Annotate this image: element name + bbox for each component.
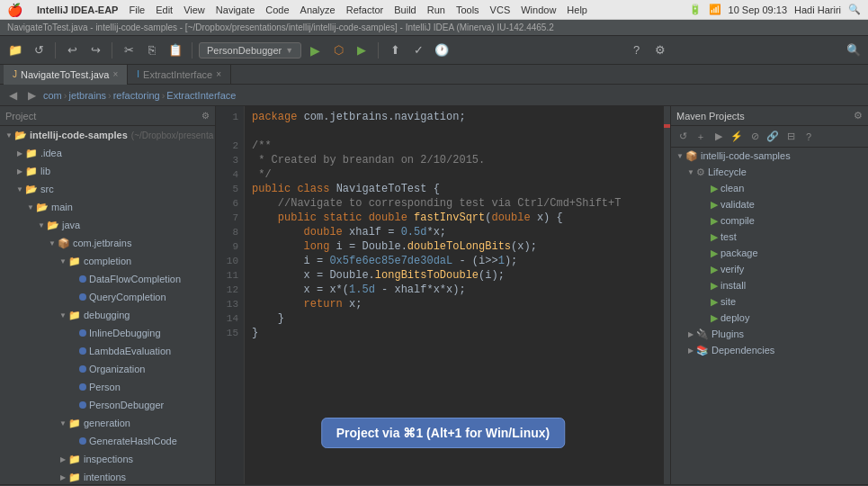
tab-close-btn[interactable]: × <box>112 69 118 79</box>
search-icon[interactable]: 🔍 <box>848 4 861 15</box>
tree-generate-hashcode[interactable]: GenerateHashCode <box>0 432 215 450</box>
tab-ei-close-btn[interactable]: × <box>216 69 221 79</box>
nav-com[interactable]: com <box>43 90 62 101</box>
tooltip-text: Project via ⌘1 (Alt+1 for Win/Linux) <box>336 426 550 440</box>
person-icon <box>79 383 86 391</box>
intentions-label: intentions <box>84 472 126 482</box>
toolbar-search[interactable]: 🔍 <box>845 41 863 59</box>
menu-view[interactable]: View <box>183 4 205 15</box>
maven-help-btn[interactable]: ? <box>801 129 817 145</box>
navbar-back-btn[interactable]: ◀ <box>5 87 21 104</box>
tree-src[interactable]: ▼ 📂 src <box>0 180 215 198</box>
tree-query-completion[interactable]: QueryCompletion <box>0 288 215 306</box>
toolbar-redo-btn[interactable]: ↪ <box>85 40 105 60</box>
run-button[interactable]: ▶ <box>305 40 325 60</box>
maven-execute-btn[interactable]: ▶ <box>711 129 727 145</box>
tree-inspections[interactable]: ▶ 📁 inspections <box>0 450 215 468</box>
menu-tools[interactable]: Tools <box>456 4 479 15</box>
maven-verify[interactable]: ▶ verify <box>671 261 868 277</box>
maven-site[interactable]: ▶ site <box>671 293 868 310</box>
toolbar-undo-btn[interactable]: ↩ <box>62 40 82 60</box>
maven-collapse-btn[interactable]: ⊟ <box>783 129 799 145</box>
toolbar-project-btn[interactable]: 📁 <box>5 40 25 60</box>
menu-run[interactable]: Run <box>427 4 445 15</box>
nav-extract-interface[interactable]: ExtractInterface <box>166 90 236 101</box>
gen-arrow: ▼ <box>58 418 68 428</box>
maven-compile[interactable]: ▶ compile <box>671 212 868 229</box>
maven-skip-tests-btn[interactable]: ⊘ <box>747 129 763 145</box>
plugins-label: Plugins <box>711 328 744 339</box>
tab-extract-interface[interactable]: I ExtractInterface × <box>128 65 231 85</box>
tree-dataflow[interactable]: DataFlowCompletion <box>0 270 215 288</box>
tree-com-jetbrains[interactable]: ▼ 📦 com.jetbrains <box>0 234 215 252</box>
tree-idea[interactable]: ▶ 📁 .idea <box>0 144 215 162</box>
menu-vcs[interactable]: VCS <box>490 4 511 15</box>
pd-label: PersonDebugger <box>89 400 164 410</box>
menu-window[interactable]: Window <box>521 4 556 15</box>
toolbar-cut-btn[interactable]: ✂ <box>119 40 139 60</box>
vcs-update-btn[interactable]: ⬆ <box>385 40 405 60</box>
tab-navigate-to-test[interactable]: J NavigateToTest.java × <box>4 65 128 85</box>
sidebar-settings-icon[interactable]: ⚙ <box>201 111 210 121</box>
navbar-forward-btn[interactable]: ▶ <box>24 87 40 104</box>
run-with-coverage-btn[interactable]: ▶ <box>352 40 371 60</box>
maven-root[interactable]: ▼ 📦 intellij-code-samples <box>671 148 868 164</box>
maven-package[interactable]: ▶ package <box>671 245 868 261</box>
nav-jetbrains[interactable]: jetbrains <box>68 90 106 101</box>
menu-code[interactable]: Code <box>265 4 289 15</box>
maven-lifecycle-section[interactable]: ▼ ⚙ Lifecycle <box>671 164 868 180</box>
nav-refactoring[interactable]: refactoring <box>113 90 160 101</box>
maven-dependencies-section[interactable]: ▶ 📚 Dependencies <box>671 342 868 358</box>
tree-organization[interactable]: Organization <box>0 360 215 378</box>
maven-run-btn[interactable]: ⚡ <box>729 129 745 145</box>
vcs-commit-btn[interactable]: ✓ <box>408 40 428 60</box>
maven-settings-icon[interactable]: ⚙ <box>854 110 863 122</box>
tree-completion[interactable]: ▼ 📁 completion <box>0 252 215 270</box>
deploy-label: deploy <box>720 312 749 323</box>
debug-button[interactable]: ⬡ <box>328 40 348 60</box>
apple-menu[interactable]: 🍎 <box>7 3 22 17</box>
sidebar-title: Project <box>5 111 36 122</box>
tree-main[interactable]: ▼ 📂 main <box>0 198 215 216</box>
toolbar-help-btn[interactable]: ? <box>627 40 647 60</box>
vcs-history-btn[interactable]: 🕐 <box>432 40 452 60</box>
toolbar-settings-btn[interactable]: ⚙ <box>650 40 670 60</box>
tree-person[interactable]: Person <box>0 378 215 396</box>
tree-lambda-eval[interactable]: LambdaEvaluation <box>0 342 215 360</box>
tree-generation[interactable]: ▼ 📁 generation <box>0 414 215 432</box>
run-config-selector[interactable]: PersonDebugger ▼ <box>199 42 301 58</box>
maven-refresh-btn[interactable]: ↺ <box>675 129 691 145</box>
menu-build[interactable]: Build <box>394 4 416 15</box>
maven-plugins-section[interactable]: ▶ 🔌 Plugins <box>671 326 868 342</box>
idea-arrow: ▶ <box>14 148 25 158</box>
org-icon <box>79 365 86 373</box>
main-layout: Project ⚙ ▼ 📂 intellij-code-samples (~/D… <box>0 106 868 484</box>
tree-debugging[interactable]: ▼ 📁 debugging <box>0 306 215 324</box>
maven-install[interactable]: ▶ install <box>671 277 868 293</box>
maven-clean[interactable]: ▶ clean <box>671 180 868 196</box>
menu-file[interactable]: File <box>129 4 145 15</box>
maven-validate[interactable]: ▶ validate <box>671 196 868 212</box>
toolbar-copy-btn[interactable]: ⎘ <box>142 40 162 60</box>
menu-analyze[interactable]: Analyze <box>300 4 336 15</box>
menu-edit[interactable]: Edit <box>156 4 173 15</box>
tree-java[interactable]: ▼ 📂 java <box>0 216 215 234</box>
tree-lib[interactable]: ▶ 📁 lib <box>0 162 215 180</box>
menu-refactor[interactable]: Refactor <box>346 4 384 15</box>
tree-inline-debug[interactable]: InlineDebugging <box>0 324 215 342</box>
maven-show-deps-btn[interactable]: 🔗 <box>765 129 781 145</box>
maven-deploy[interactable]: ▶ deploy <box>671 310 868 326</box>
tree-intentions[interactable]: ▶ 📁 intentions <box>0 468 215 484</box>
maven-add-btn[interactable]: + <box>693 129 709 145</box>
menu-navigate[interactable]: Navigate <box>216 4 255 15</box>
tree-root[interactable]: ▼ 📂 intellij-code-samples (~/Dropbox/pre… <box>0 126 215 144</box>
toolbar-paste-btn[interactable]: 📋 <box>166 40 185 60</box>
toolbar-sync-btn[interactable]: ↺ <box>29 40 49 60</box>
toolbar: 📁 ↺ ↩ ↪ ✂ ⎘ 📋 PersonDebugger ▼ ▶ ⬡ ▶ ⬆ ✓… <box>0 36 868 65</box>
qc-label: QueryCompletion <box>89 292 166 302</box>
maven-test[interactable]: ▶ test <box>671 229 868 245</box>
root-arrow: ▼ <box>4 130 14 140</box>
menu-help[interactable]: Help <box>567 4 587 15</box>
lib-label: lib <box>40 166 50 176</box>
tree-person-debugger[interactable]: PersonDebugger <box>0 396 215 414</box>
